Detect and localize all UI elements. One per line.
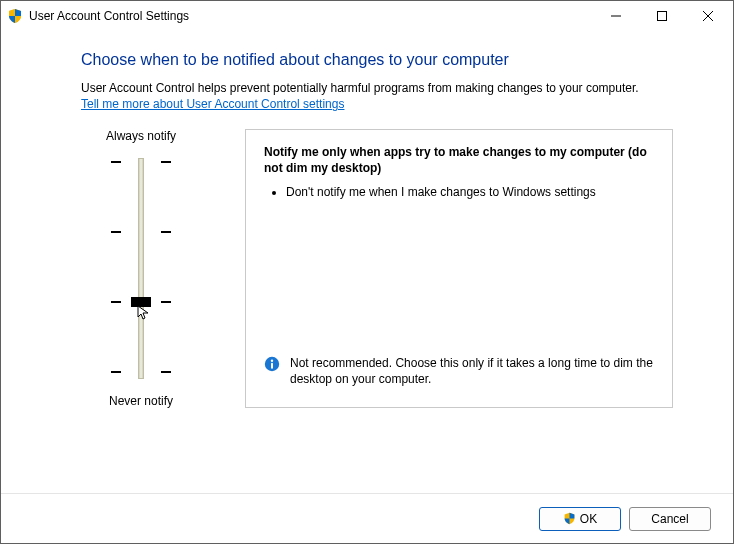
maximize-button[interactable]	[639, 2, 685, 30]
slider-top-label: Always notify	[81, 129, 201, 143]
uac-shield-icon	[563, 512, 576, 525]
uac-settings-window: User Account Control Settings Choose whe…	[0, 0, 734, 544]
info-detail-item: Don't notify me when I make changes to W…	[286, 184, 654, 200]
slider-thumb[interactable]	[131, 297, 151, 307]
notification-level-slider[interactable]	[81, 151, 201, 386]
svg-rect-1	[658, 12, 667, 21]
slider-tick	[81, 231, 201, 233]
info-recommendation-text: Not recommended. Choose this only if it …	[290, 355, 654, 387]
title-bar: User Account Control Settings	[1, 1, 733, 31]
page-description: User Account Control helps prevent poten…	[81, 81, 673, 95]
minimize-button[interactable]	[593, 2, 639, 30]
notification-info-box: Notify me only when apps try to make cha…	[245, 129, 673, 408]
window-controls	[593, 2, 731, 30]
info-detail-list: Don't notify me when I make changes to W…	[276, 184, 654, 200]
cancel-button[interactable]: Cancel	[629, 507, 711, 531]
slider-column: Always notify Never notify	[81, 129, 201, 408]
uac-shield-icon	[7, 8, 23, 24]
window-title: User Account Control Settings	[29, 9, 593, 23]
page-heading: Choose when to be notified about changes…	[81, 51, 673, 69]
ok-button-label: OK	[580, 512, 597, 526]
info-recommendation: Not recommended. Choose this only if it …	[264, 355, 654, 393]
cancel-button-label: Cancel	[651, 512, 688, 526]
svg-rect-6	[271, 362, 273, 368]
svg-point-5	[271, 359, 273, 361]
learn-more-link[interactable]: Tell me more about User Account Control …	[81, 97, 344, 111]
info-title: Notify me only when apps try to make cha…	[264, 144, 654, 176]
slider-tick	[81, 371, 201, 373]
slider-rail	[138, 158, 144, 379]
close-button[interactable]	[685, 2, 731, 30]
content-area: Choose when to be notified about changes…	[1, 31, 733, 493]
slider-bottom-label: Never notify	[81, 394, 201, 408]
info-icon	[264, 356, 280, 372]
slider-tick	[81, 161, 201, 163]
main-row: Always notify Never notify	[81, 129, 673, 408]
ok-button[interactable]: OK	[539, 507, 621, 531]
button-bar: OK Cancel	[1, 493, 733, 543]
